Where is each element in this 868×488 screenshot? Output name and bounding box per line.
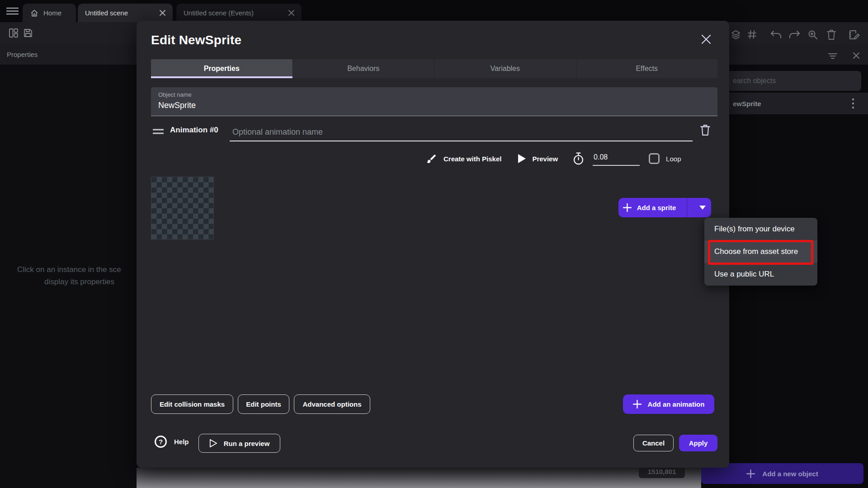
grid-button[interactable] [747, 29, 757, 40]
dots-vertical-icon [852, 98, 854, 109]
home-icon [30, 9, 39, 18]
search-objects-input[interactable]: earch objects [708, 71, 861, 91]
tab-home[interactable]: Home [23, 4, 76, 22]
tab-events-label: Untitled scene (Events) [184, 9, 254, 17]
delete-animation-button[interactable] [699, 124, 711, 136]
advanced-options-button[interactable]: Advanced options [294, 394, 370, 414]
time-between-frames-value: 0.08 [594, 153, 608, 161]
menu-item-choose-from-asset-store[interactable]: Choose from asset store [704, 240, 817, 263]
apply-label: Apply [689, 439, 708, 447]
filter-button[interactable] [828, 53, 837, 59]
time-between-frames-input[interactable]: 0.08 [593, 151, 640, 166]
close-panel-button[interactable] [853, 52, 860, 59]
edit-points-button[interactable]: Edit points [238, 394, 289, 414]
tab-untitled-scene[interactable]: Untitled scene [78, 4, 173, 22]
object-item-menu-button[interactable] [852, 98, 854, 109]
delete-button[interactable] [826, 29, 836, 40]
tab-behaviors[interactable]: Behaviors [292, 59, 434, 78]
undo-button[interactable] [770, 30, 782, 39]
add-sprite-button[interactable]: Add a sprite [618, 198, 711, 217]
help-button[interactable]: ? Help [155, 436, 189, 448]
tab-properties[interactable]: Properties [151, 59, 292, 78]
tab-behaviors-label: Behaviors [347, 65, 379, 73]
main-menu-button[interactable] [6, 7, 19, 15]
tab-untitled-scene-events[interactable]: Untitled scene (Events) [176, 4, 302, 22]
toggle-panels-button[interactable] [8, 27, 19, 39]
filter-icon [828, 53, 837, 59]
redo-button[interactable] [788, 30, 800, 39]
tab-effects[interactable]: Effects [576, 59, 718, 78]
coordinates-value: 1510,801 [648, 468, 676, 475]
search-objects-placeholder: earch objects [733, 77, 776, 85]
menu-item-label: Choose from asset store [714, 247, 798, 256]
sprite-frame-placeholder[interactable] [151, 177, 214, 239]
dialog-tab-bar: Properties Behaviors Variables Effects [151, 59, 717, 78]
advanced-options-label: Advanced options [302, 400, 361, 408]
object-name-field[interactable]: Object name NewSprite [151, 87, 717, 116]
plus-icon [633, 400, 642, 408]
add-sprite-dropdown-button[interactable] [693, 198, 711, 217]
apply-button[interactable]: Apply [679, 435, 717, 451]
brush-icon [426, 153, 437, 164]
close-tab-icon[interactable] [288, 10, 294, 16]
trash-icon [699, 124, 711, 136]
tab-scene-label: Untitled scene [85, 9, 128, 17]
plus-icon [746, 469, 755, 478]
help-icon: ? [155, 436, 167, 448]
redo-icon [788, 30, 800, 39]
stopwatch-icon [572, 152, 585, 165]
add-sprite-main[interactable]: Add a sprite [618, 198, 680, 217]
chevron-down-icon [699, 206, 706, 210]
object-name-value: NewSprite [158, 101, 710, 110]
loop-label: Loop [666, 155, 681, 163]
create-with-piskel-label: Create with Piskel [443, 155, 501, 163]
tab-home-label: Home [43, 9, 61, 17]
dialog-title: Edit NewSprite [151, 33, 241, 47]
menu-item-files-from-device[interactable]: File(s) from your device [704, 218, 817, 240]
menu-item-use-public-url[interactable]: Use a public URL [704, 263, 817, 286]
play-icon [518, 154, 526, 163]
properties-panel-title: Properties [7, 51, 38, 58]
save-button[interactable] [23, 27, 33, 39]
object-item-label: ewSprite [733, 100, 761, 108]
animation-tools-row: Create with Piskel Preview 0.08 Loop [426, 149, 717, 169]
animation-name-placeholder: Optional animation name [232, 127, 323, 137]
trash-icon [826, 29, 836, 40]
preview-animation-button[interactable]: Preview [518, 154, 558, 163]
layers-button[interactable] [731, 29, 741, 40]
animation-name-label: Animation #0 [170, 126, 218, 135]
properties-empty-message-line2: display its properties [44, 277, 114, 286]
cancel-button[interactable]: Cancel [633, 435, 674, 451]
add-sprite-dropdown-menu: File(s) from your device Choose from ass… [704, 218, 817, 286]
tab-variables[interactable]: Variables [434, 59, 576, 78]
edit-collision-masks-button[interactable]: Edit collision masks [151, 394, 233, 414]
edit-collision-masks-label: Edit collision masks [160, 400, 225, 408]
create-with-piskel-button[interactable]: Create with Piskel [426, 153, 501, 164]
object-name-label: Object name [158, 91, 710, 98]
loop-checkbox[interactable] [649, 153, 660, 164]
cancel-label: Cancel [642, 439, 665, 447]
add-an-animation-button[interactable]: Add an animation [623, 394, 714, 414]
close-icon [853, 52, 860, 59]
add-sprite-label: Add a sprite [637, 204, 676, 211]
split-divider [687, 198, 687, 217]
question-glyph: ? [159, 438, 163, 446]
dialog-close-button[interactable] [700, 33, 712, 45]
tab-variables-label: Variables [490, 65, 520, 73]
run-a-preview-button[interactable]: Run a preview [198, 434, 280, 453]
tab-properties-label: Properties [204, 65, 240, 73]
tab-effects-label: Effects [636, 65, 658, 73]
close-icon [700, 33, 712, 45]
play-outline-icon [209, 439, 217, 448]
plus-icon [623, 203, 632, 212]
zoom-button[interactable] [807, 29, 818, 40]
run-a-preview-label: Run a preview [224, 440, 270, 447]
edit-scene-properties-button[interactable] [848, 29, 860, 41]
animation-name-input[interactable]: Optional animation name [230, 123, 693, 141]
edit-newsprite-dialog: Edit NewSprite Properties Behaviors Vari… [137, 21, 729, 468]
layers-icon [731, 29, 741, 40]
preview-label: Preview [532, 155, 558, 163]
close-tab-icon[interactable] [160, 10, 165, 16]
undo-icon [770, 30, 782, 39]
animation-drag-handle[interactable] [153, 128, 164, 135]
